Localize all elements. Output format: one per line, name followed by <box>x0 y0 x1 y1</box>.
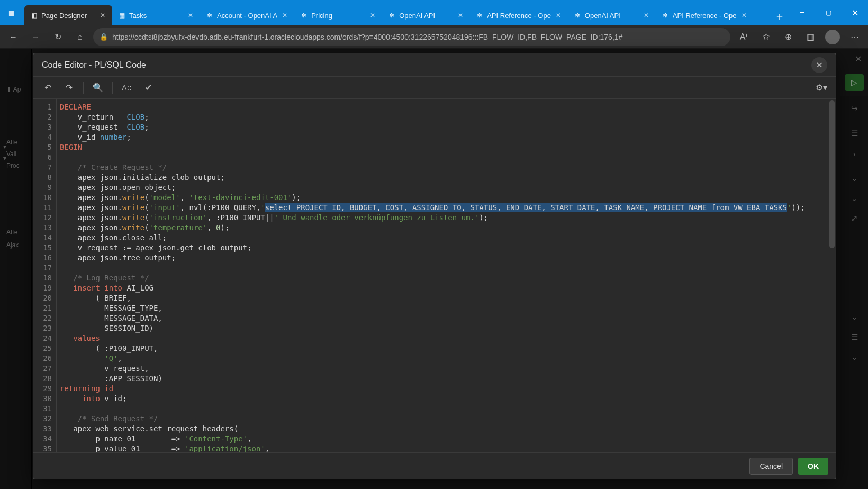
code-line[interactable]: :APP_SESSION) <box>60 374 836 384</box>
autocomplete-button[interactable]: A:: <box>118 80 136 96</box>
browser-tab[interactable]: ◧ Page Designer ✕ <box>24 5 112 25</box>
extensions-icon[interactable]: ⊕ <box>779 28 797 46</box>
browser-tab[interactable]: ▦ Tasks ✕ <box>112 5 200 25</box>
undo-icon[interactable]: ↶ <box>39 80 57 96</box>
close-tab-icon[interactable]: ✕ <box>281 11 289 20</box>
url-box[interactable]: 🔒 https://ccdtsi8jbzbyufx-devdb.adb.eu-f… <box>93 28 730 46</box>
collections-icon[interactable]: ▥ <box>801 28 819 46</box>
code-line[interactable]: apex_json.close_all; <box>60 233 836 243</box>
code-line[interactable]: v_request CLOB; <box>60 122 836 132</box>
menu-icon[interactable]: ⋯ <box>846 28 864 46</box>
code-line[interactable]: apex_json.write('instruction', :P100_INP… <box>60 213 836 223</box>
code-line[interactable]: p_value_01 => 'application/json', <box>60 444 836 452</box>
tab-label: Pricing <box>311 12 365 20</box>
tab-label: Page Designer <box>41 12 95 20</box>
code-line[interactable]: ( BRIEF, <box>60 293 836 303</box>
read-aloud-icon[interactable]: A⁾ <box>735 28 753 46</box>
code-line[interactable]: apex_json.write('model', 'text-davinci-e… <box>60 193 836 203</box>
favicon-icon: ✻ <box>573 11 582 20</box>
code-line[interactable]: apex_json.open_object; <box>60 183 836 193</box>
back-button[interactable]: ← <box>4 28 22 46</box>
maximize-button[interactable]: ▢ <box>815 0 842 25</box>
browser-titlebar: ▥ ◧ Page Designer ✕▦ Tasks ✕✻ Account - … <box>0 0 868 25</box>
browser-tab[interactable]: ✻ Pricing ✕ <box>294 5 382 25</box>
settings-icon[interactable]: ⚙▾ <box>812 80 830 96</box>
tab-label: OpenAI API <box>399 12 453 20</box>
new-tab-button[interactable]: ＋ <box>771 7 789 25</box>
code-line[interactable]: apex_json.write('temperature', 0); <box>60 223 836 233</box>
code-line[interactable]: DECLARE <box>60 102 836 112</box>
code-line[interactable]: 'Q', <box>60 354 836 364</box>
tab-label: API Reference - Ope <box>487 12 551 20</box>
code-line[interactable]: MESSAGE_DATA, <box>60 313 836 323</box>
redo-icon[interactable]: ↷ <box>60 80 78 96</box>
vertical-scrollbar[interactable] <box>828 99 836 452</box>
code-area[interactable]: DECLARE v_return CLOB; v_request CLOB; v… <box>57 99 836 452</box>
close-tab-icon[interactable]: ✕ <box>186 11 195 20</box>
code-line[interactable]: p_name_01 => 'Content-Type', <box>60 434 836 444</box>
browser-tab[interactable]: ✻ API Reference - Ope ✕ <box>470 5 568 25</box>
code-line[interactable]: SESSION_ID) <box>60 323 836 333</box>
code-line[interactable]: v_request := apex_json.get_clob_output; <box>60 243 836 253</box>
refresh-button[interactable]: ↻ <box>49 28 67 46</box>
address-bar: ← → ↻ ⌂ 🔒 https://ccdtsi8jbzbyufx-devdb.… <box>0 25 868 49</box>
validate-icon[interactable]: ✔ <box>139 80 157 96</box>
favicon-icon: ✻ <box>475 11 484 20</box>
tab-label: API Reference - Ope <box>673 12 737 20</box>
favorites-icon[interactable]: ✩ <box>757 28 775 46</box>
favicon-icon: ✻ <box>387 11 396 20</box>
browser-tab[interactable]: ✻ OpenAI API ✕ <box>568 5 656 25</box>
scrollbar-thumb[interactable] <box>829 100 835 248</box>
code-line[interactable]: apex_json.write('input', nvl(:P100_QUERY… <box>60 203 836 213</box>
profile-avatar[interactable] <box>824 28 842 46</box>
code-line[interactable]: returning id <box>60 384 836 394</box>
favicon-icon: ✻ <box>300 11 308 20</box>
close-window-button[interactable]: ✕ <box>842 0 868 25</box>
minimize-button[interactable]: ━ <box>789 0 815 25</box>
code-line[interactable]: MESSAGE_TYPE, <box>60 303 836 313</box>
code-line[interactable]: insert into AI_LOG <box>60 283 836 293</box>
close-tab-icon[interactable]: ✕ <box>554 11 563 20</box>
tab-label: OpenAI API <box>585 12 639 20</box>
code-line[interactable] <box>60 152 836 162</box>
code-line[interactable]: v_return CLOB; <box>60 112 836 122</box>
editor-body[interactable]: 1234567891011121314151617181920212223242… <box>33 99 836 452</box>
home-button[interactable]: ⌂ <box>71 28 89 46</box>
close-tab-icon[interactable]: ✕ <box>368 11 377 20</box>
code-line[interactable] <box>60 404 836 414</box>
cancel-button[interactable]: Cancel <box>749 458 793 475</box>
favicon-icon: ◧ <box>30 11 38 20</box>
close-tab-icon[interactable]: ✕ <box>456 11 465 20</box>
lock-icon: 🔒 <box>100 33 108 41</box>
ok-button[interactable]: OK <box>798 458 828 475</box>
code-editor-dialog: Code Editor - PL/SQL Code ✕ ↶ ↷ 🔍 A:: ✔ … <box>33 53 836 479</box>
dialog-title: Code Editor - PL/SQL Code <box>42 60 146 70</box>
code-line[interactable]: apex_json.free_output; <box>60 253 836 263</box>
browser-tab[interactable]: ✻ OpenAI API ✕ <box>382 5 470 25</box>
code-line[interactable]: /* Log Request */ <box>60 273 836 283</box>
close-tab-icon[interactable]: ✕ <box>740 11 748 20</box>
code-line[interactable]: /* Send Request */ <box>60 414 836 424</box>
code-line[interactable] <box>60 263 836 273</box>
url-text: https://ccdtsi8jbzbyufx-devdb.adb.eu-fra… <box>112 33 724 41</box>
close-tab-icon[interactable]: ✕ <box>98 11 107 20</box>
code-line[interactable]: values <box>60 333 836 343</box>
line-gutter: 1234567891011121314151617181920212223242… <box>33 99 57 452</box>
search-icon[interactable]: 🔍 <box>89 80 107 96</box>
browser-tab[interactable]: ✻ Account - OpenAI A ✕ <box>200 5 294 25</box>
tab-actions-icon[interactable]: ▥ <box>0 0 21 25</box>
code-line[interactable]: v_id number; <box>60 132 836 142</box>
favicon-icon: ✻ <box>661 11 670 20</box>
code-line[interactable]: /* Create Request */ <box>60 162 836 173</box>
tab-label: Account - OpenAI A <box>217 12 277 20</box>
close-tab-icon[interactable]: ✕ <box>642 11 650 20</box>
browser-tab[interactable]: ✻ API Reference - Ope ✕ <box>656 5 754 25</box>
code-line[interactable]: BEGIN <box>60 142 836 152</box>
code-line[interactable]: ( :P100_INPUT, <box>60 343 836 354</box>
dialog-close-button[interactable]: ✕ <box>811 57 827 73</box>
forward-button[interactable]: → <box>26 28 44 46</box>
code-line[interactable]: v_request, <box>60 364 836 374</box>
code-line[interactable]: into v_id; <box>60 394 836 404</box>
code-line[interactable]: apex_json.initialize_clob_output; <box>60 173 836 183</box>
code-line[interactable]: apex_web_service.set_request_headers( <box>60 424 836 434</box>
